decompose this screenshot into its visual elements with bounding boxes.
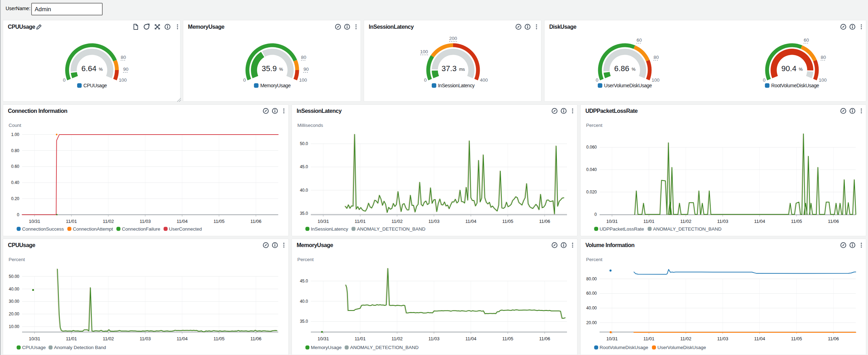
svg-text:0: 0 <box>763 77 766 83</box>
svg-text:100: 100 <box>652 77 660 83</box>
svg-text:0: 0 <box>424 77 427 83</box>
svg-text:11/03: 11/03 <box>717 219 729 224</box>
svg-text:Anomaly Detection Band: Anomaly Detection Band <box>54 345 106 350</box>
svg-text:CPUUsage: CPUUsage <box>8 24 35 30</box>
svg-text:11/05: 11/05 <box>502 219 513 224</box>
svg-text:11/04: 11/04 <box>177 219 188 224</box>
svg-text:100: 100 <box>119 77 127 83</box>
svg-text:0.020: 0.020 <box>586 190 597 194</box>
svg-text:11/04: 11/04 <box>177 336 188 341</box>
svg-text:11/05: 11/05 <box>791 219 802 224</box>
svg-text:11/05: 11/05 <box>791 336 802 341</box>
svg-text:80.00: 80.00 <box>586 277 597 281</box>
svg-text:0.80: 0.80 <box>11 148 20 153</box>
svg-text:11/04: 11/04 <box>754 219 765 224</box>
svg-text:0.20: 0.20 <box>11 196 20 201</box>
svg-text:0.40: 0.40 <box>11 180 20 185</box>
svg-text:35.0: 35.0 <box>300 319 308 324</box>
svg-text:CPUUsage: CPUUsage <box>8 242 35 248</box>
svg-text:ANOMALY_DETECTION_BAND: ANOMALY_DETECTION_BAND <box>350 345 419 350</box>
svg-text:37.3: 37.3 <box>442 64 457 73</box>
svg-text:Milliseconds: Milliseconds <box>298 123 323 128</box>
svg-text:11/02: 11/02 <box>680 336 691 341</box>
svg-text:Connection Information: Connection Information <box>8 108 67 114</box>
svg-text:90: 90 <box>123 67 129 72</box>
svg-text:11/04: 11/04 <box>754 336 765 341</box>
svg-text:35.9: 35.9 <box>262 64 277 73</box>
svg-text:80: 80 <box>121 55 126 60</box>
svg-text:0: 0 <box>243 77 246 83</box>
svg-text:UDPPacketLossRate: UDPPacketLossRate <box>600 226 644 231</box>
svg-text:0: 0 <box>63 77 66 83</box>
svg-text:100: 100 <box>819 77 827 83</box>
svg-text:10/31: 10/31 <box>29 336 40 341</box>
svg-text:80: 80 <box>654 55 659 60</box>
svg-text:11/01: 11/01 <box>643 336 655 341</box>
svg-text:ms: ms <box>459 67 465 72</box>
svg-text:0: 0 <box>594 212 597 217</box>
svg-text:40.00: 40.00 <box>586 306 597 310</box>
svg-text:RootVolumeDiskUsage: RootVolumeDiskUsage <box>771 83 819 88</box>
svg-text:%: % <box>799 67 803 72</box>
svg-text:1.00: 1.00 <box>11 132 20 137</box>
svg-text:%: % <box>632 67 636 72</box>
svg-text:0.060: 0.060 <box>586 145 597 150</box>
svg-text:90: 90 <box>303 67 309 72</box>
svg-text:11/03: 11/03 <box>140 219 151 224</box>
svg-text:11/02: 11/02 <box>103 219 114 224</box>
svg-text:ConnectionFailure: ConnectionFailure <box>122 226 160 231</box>
svg-text:11/05: 11/05 <box>213 336 225 341</box>
svg-text:11/06: 11/06 <box>251 219 262 224</box>
svg-text:50.00: 50.00 <box>9 274 19 279</box>
svg-text:50.0: 50.0 <box>300 141 308 146</box>
svg-text:40.00: 40.00 <box>9 287 19 292</box>
svg-text:ANOMALY_DETECTION_BAND: ANOMALY_DETECTION_BAND <box>653 226 722 231</box>
svg-text:11/01: 11/01 <box>355 219 366 224</box>
svg-text:ConnectionAttempt: ConnectionAttempt <box>73 226 113 231</box>
svg-text:11/04: 11/04 <box>465 219 477 224</box>
svg-text:11/06: 11/06 <box>539 336 551 341</box>
svg-text:11/06: 11/06 <box>251 336 262 341</box>
svg-text:11/01: 11/01 <box>355 336 366 341</box>
svg-text:MemoryUsage: MemoryUsage <box>260 83 291 88</box>
svg-text:UserVolumeDiskUsage: UserVolumeDiskUsage <box>657 345 706 350</box>
svg-text:45.0: 45.0 <box>300 164 308 169</box>
svg-text:11/01: 11/01 <box>66 219 77 224</box>
svg-text:90.4: 90.4 <box>781 64 797 73</box>
svg-text:InSessionLatency: InSessionLatency <box>297 108 342 114</box>
svg-text:60: 60 <box>636 37 642 43</box>
svg-text:Percent: Percent <box>586 257 603 262</box>
svg-text:Percent: Percent <box>9 257 25 262</box>
svg-text:UserVolumeDiskUsage: UserVolumeDiskUsage <box>604 83 652 88</box>
svg-text:30.00: 30.00 <box>9 299 19 304</box>
svg-text:0.60: 0.60 <box>11 164 20 169</box>
svg-text:6.64: 6.64 <box>81 64 96 73</box>
svg-text:10/31: 10/31 <box>317 336 329 341</box>
svg-text:80: 80 <box>301 55 306 60</box>
svg-text:Percent: Percent <box>586 123 603 128</box>
svg-text:Volume Information: Volume Information <box>586 242 635 248</box>
svg-text:11/04: 11/04 <box>465 336 477 341</box>
svg-text:MemoryUsage: MemoryUsage <box>297 242 333 248</box>
svg-text:UDPPacketLossRate: UDPPacketLossRate <box>586 108 638 114</box>
svg-text:60.00: 60.00 <box>586 291 597 296</box>
svg-text:InSessionLatency: InSessionLatency <box>369 24 414 30</box>
svg-text:RootVolumeDiskUsage: RootVolumeDiskUsage <box>600 345 648 350</box>
svg-text:11/06: 11/06 <box>828 336 839 341</box>
svg-text:11/03: 11/03 <box>429 336 440 341</box>
svg-text:0: 0 <box>596 77 599 83</box>
svg-text:Percent: Percent <box>298 257 314 262</box>
svg-text:CPUUsage: CPUUsage <box>22 345 46 350</box>
svg-text:11/01: 11/01 <box>643 219 655 224</box>
svg-text:11/05: 11/05 <box>213 219 225 224</box>
svg-text:40.0: 40.0 <box>300 299 308 304</box>
svg-text:20.00: 20.00 <box>9 312 19 316</box>
svg-text:11/03: 11/03 <box>717 336 729 341</box>
svg-text:10.00: 10.00 <box>9 324 19 329</box>
svg-text:11/06: 11/06 <box>539 219 551 224</box>
svg-text:UserConnected: UserConnected <box>169 226 202 231</box>
svg-text:%: % <box>99 67 103 72</box>
svg-text:InSessionLatency: InSessionLatency <box>311 226 348 231</box>
svg-text:MemoryUsage: MemoryUsage <box>311 345 342 350</box>
svg-text:10/31: 10/31 <box>606 219 618 224</box>
